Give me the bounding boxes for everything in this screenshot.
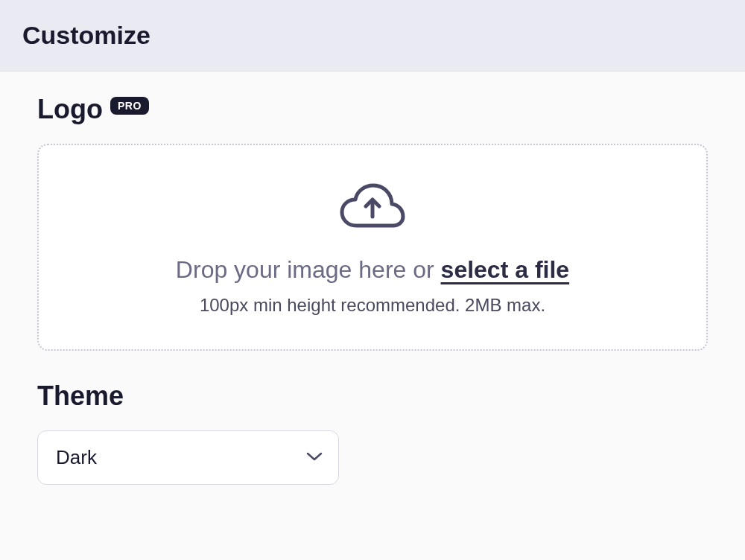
pro-badge: PRO	[110, 97, 149, 115]
logo-dropzone[interactable]: Drop your image here or select a file 10…	[37, 144, 708, 351]
cloud-upload-icon	[339, 182, 406, 256]
page-title: Customize	[22, 21, 723, 50]
select-file-link[interactable]: select a file	[441, 256, 570, 283]
theme-select[interactable]: Dark	[37, 430, 339, 485]
content: Logo PRO Drop your image here or select …	[0, 71, 745, 537]
dropzone-hint: 100px min height recommended. 2MB max.	[200, 295, 545, 316]
logo-section-title: Logo	[37, 94, 103, 125]
logo-section: Logo PRO Drop your image here or select …	[37, 94, 708, 351]
theme-section-title: Theme	[37, 381, 124, 412]
dropzone-prefix: Drop your image here or	[176, 256, 441, 283]
dropzone-text: Drop your image here or select a file	[176, 256, 569, 284]
theme-section-header: Theme	[37, 381, 708, 412]
logo-section-header: Logo PRO	[37, 94, 708, 125]
header: Customize	[0, 0, 745, 71]
theme-section: Theme Dark	[37, 381, 708, 485]
theme-select-wrapper: Dark	[37, 430, 339, 485]
